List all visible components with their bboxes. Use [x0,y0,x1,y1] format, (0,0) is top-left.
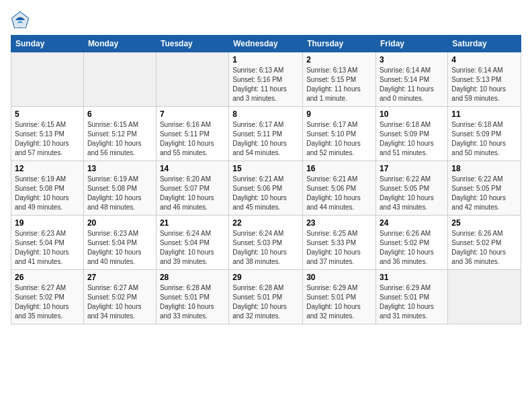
calendar-cell: 21Sunrise: 6:24 AMSunset: 5:04 PMDayligh… [156,216,228,270]
calendar-cell: 13Sunrise: 6:19 AMSunset: 5:08 PMDayligh… [83,161,156,216]
day-info: Sunrise: 6:22 AMSunset: 5:05 PMDaylight:… [451,175,517,212]
day-info: Sunrise: 6:23 AMSunset: 5:04 PMDaylight:… [15,229,80,267]
calendar-cell: 19Sunrise: 6:23 AMSunset: 5:04 PMDayligh… [11,216,84,270]
calendar-cell: 31Sunrise: 6:29 AMSunset: 5:01 PMDayligh… [376,270,448,324]
day-info: Sunrise: 6:21 AMSunset: 5:06 PMDaylight:… [306,175,372,212]
calendar-cell: 10Sunrise: 6:18 AMSunset: 5:09 PMDayligh… [376,107,448,161]
calendar-cell [83,52,156,107]
day-number: 29 [232,273,299,282]
day-info: Sunrise: 6:23 AMSunset: 5:04 PMDaylight:… [87,229,152,267]
day-number: 6 [87,109,152,119]
calendar-cell: 7Sunrise: 6:16 AMSunset: 5:11 PMDaylight… [156,107,228,161]
day-number: 11 [451,109,517,119]
day-number: 18 [451,164,517,173]
day-info: Sunrise: 6:27 AMSunset: 5:02 PMDaylight:… [87,283,152,321]
calendar-cell: 25Sunrise: 6:26 AMSunset: 5:02 PMDayligh… [448,216,521,270]
day-number: 30 [306,273,372,282]
calendar-cell: 9Sunrise: 6:17 AMSunset: 5:10 PMDaylight… [303,107,376,161]
day-info: Sunrise: 6:13 AMSunset: 5:16 PMDaylight:… [232,66,299,103]
day-number: 12 [15,164,80,173]
calendar-cell: 12Sunrise: 6:19 AMSunset: 5:08 PMDayligh… [11,161,84,216]
day-number: 14 [160,164,225,173]
day-number: 9 [306,109,372,119]
day-number: 24 [380,218,444,228]
calendar-cell: 8Sunrise: 6:17 AMSunset: 5:11 PMDaylight… [229,107,303,161]
day-number: 21 [160,218,225,228]
calendar-cell: 14Sunrise: 6:20 AMSunset: 5:07 PMDayligh… [156,161,228,216]
day-number: 16 [306,164,372,173]
calendar-cell: 20Sunrise: 6:23 AMSunset: 5:04 PMDayligh… [83,216,156,270]
day-info: Sunrise: 6:18 AMSunset: 5:09 PMDaylight:… [380,120,444,158]
day-info: Sunrise: 6:24 AMSunset: 5:03 PMDaylight:… [232,229,299,267]
day-number: 4 [451,55,517,64]
day-info: Sunrise: 6:15 AMSunset: 5:12 PMDaylight:… [87,120,152,158]
day-info: Sunrise: 6:17 AMSunset: 5:11 PMDaylight:… [232,120,299,158]
day-number: 8 [232,109,299,119]
day-info: Sunrise: 6:16 AMSunset: 5:11 PMDaylight:… [160,120,225,158]
calendar-cell: 4Sunrise: 6:14 AMSunset: 5:13 PMDaylight… [448,52,521,107]
day-number: 23 [306,218,372,228]
day-number: 28 [160,273,225,282]
calendar-cell: 16Sunrise: 6:21 AMSunset: 5:06 PMDayligh… [303,161,376,216]
weekday-header-saturday: Saturday [448,36,521,52]
calendar-table: SundayMondayTuesdayWednesdayThursdayFrid… [11,35,521,324]
calendar-week-row: 19Sunrise: 6:23 AMSunset: 5:04 PMDayligh… [11,216,521,270]
day-info: Sunrise: 6:19 AMSunset: 5:08 PMDaylight:… [15,175,80,212]
weekday-header-thursday: Thursday [303,36,376,52]
day-info: Sunrise: 6:14 AMSunset: 5:13 PMDaylight:… [451,66,517,103]
day-number: 3 [380,55,444,64]
day-number: 7 [160,109,225,119]
calendar-week-row: 1Sunrise: 6:13 AMSunset: 5:16 PMDaylight… [11,52,521,107]
day-info: Sunrise: 6:21 AMSunset: 5:06 PMDaylight:… [232,175,299,212]
calendar-week-row: 26Sunrise: 6:27 AMSunset: 5:02 PMDayligh… [11,270,521,324]
weekday-header-friday: Friday [376,36,448,52]
calendar-cell: 1Sunrise: 6:13 AMSunset: 5:16 PMDaylight… [229,52,303,107]
day-number: 13 [87,164,152,173]
day-info: Sunrise: 6:18 AMSunset: 5:09 PMDaylight:… [451,120,517,158]
weekday-header-wednesday: Wednesday [229,36,303,52]
day-info: Sunrise: 6:22 AMSunset: 5:05 PMDaylight:… [380,175,444,212]
calendar-cell [156,52,228,107]
weekday-header-row: SundayMondayTuesdayWednesdayThursdayFrid… [11,36,521,52]
day-number: 19 [15,218,80,228]
day-number: 22 [232,218,299,228]
calendar-cell: 29Sunrise: 6:28 AMSunset: 5:01 PMDayligh… [229,270,303,324]
calendar-week-row: 5Sunrise: 6:15 AMSunset: 5:13 PMDaylight… [11,107,521,161]
calendar-cell: 2Sunrise: 6:13 AMSunset: 5:15 PMDaylight… [303,52,376,107]
day-number: 5 [15,109,80,119]
day-number: 26 [15,273,80,282]
calendar-cell: 23Sunrise: 6:25 AMSunset: 5:33 PMDayligh… [303,216,376,270]
day-info: Sunrise: 6:17 AMSunset: 5:10 PMDaylight:… [306,120,372,158]
page-header [11,11,521,30]
calendar-cell: 3Sunrise: 6:14 AMSunset: 5:14 PMDaylight… [376,52,448,107]
weekday-header-sunday: Sunday [11,36,84,52]
calendar-cell: 28Sunrise: 6:28 AMSunset: 5:01 PMDayligh… [156,270,228,324]
day-number: 10 [380,109,444,119]
calendar-cell: 30Sunrise: 6:29 AMSunset: 5:01 PMDayligh… [303,270,376,324]
day-info: Sunrise: 6:26 AMSunset: 5:02 PMDaylight:… [380,229,444,267]
calendar-cell: 5Sunrise: 6:15 AMSunset: 5:13 PMDaylight… [11,107,84,161]
calendar-cell: 17Sunrise: 6:22 AMSunset: 5:05 PMDayligh… [376,161,448,216]
day-info: Sunrise: 6:29 AMSunset: 5:01 PMDaylight:… [380,283,444,321]
logo-icon [11,11,30,30]
weekday-header-monday: Monday [83,36,156,52]
calendar-week-row: 12Sunrise: 6:19 AMSunset: 5:08 PMDayligh… [11,161,521,216]
calendar-cell: 18Sunrise: 6:22 AMSunset: 5:05 PMDayligh… [448,161,521,216]
calendar-cell: 26Sunrise: 6:27 AMSunset: 5:02 PMDayligh… [11,270,84,324]
calendar-cell: 27Sunrise: 6:27 AMSunset: 5:02 PMDayligh… [83,270,156,324]
day-info: Sunrise: 6:14 AMSunset: 5:14 PMDaylight:… [380,66,444,103]
day-number: 25 [451,218,517,228]
day-number: 31 [380,273,444,282]
day-info: Sunrise: 6:25 AMSunset: 5:33 PMDaylight:… [306,229,372,267]
calendar-cell: 24Sunrise: 6:26 AMSunset: 5:02 PMDayligh… [376,216,448,270]
day-number: 1 [232,55,299,64]
calendar-cell: 11Sunrise: 6:18 AMSunset: 5:09 PMDayligh… [448,107,521,161]
calendar-cell: 15Sunrise: 6:21 AMSunset: 5:06 PMDayligh… [229,161,303,216]
day-info: Sunrise: 6:29 AMSunset: 5:01 PMDaylight:… [306,283,372,321]
day-number: 27 [87,273,152,282]
day-number: 20 [87,218,152,228]
calendar-cell [11,52,84,107]
day-info: Sunrise: 6:20 AMSunset: 5:07 PMDaylight:… [160,175,225,212]
day-number: 17 [380,164,444,173]
weekday-header-tuesday: Tuesday [156,36,228,52]
